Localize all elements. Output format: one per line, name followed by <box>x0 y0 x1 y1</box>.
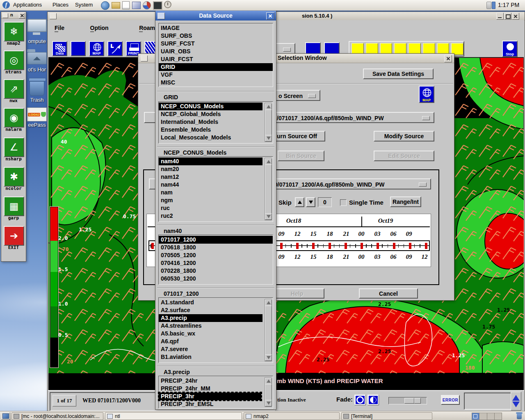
scroll-up-icon[interactable] <box>265 103 272 110</box>
list-item[interactable]: NCEP_Global_Models <box>159 110 273 118</box>
data-source-titlebar[interactable]: Data Source <box>155 11 276 21</box>
system-menu[interactable]: System <box>75 2 93 8</box>
web-browser-icon[interactable] <box>101 1 110 10</box>
list-item[interactable]: MISC <box>159 79 273 87</box>
launcher-nalarm-button[interactable]: ◉ <box>4 108 24 128</box>
desktop-icon-label[interactable]: ot's Hor <box>25 66 48 73</box>
launcher-nmap2-button[interactable]: ❄ <box>4 22 24 41</box>
log4j-cup-icon[interactable]: LOG4J <box>27 107 47 121</box>
skip-down-button[interactable] <box>306 197 315 207</box>
list-item[interactable]: UAIR_FCST <box>159 55 273 63</box>
help-button[interactable]: Help <box>269 288 324 299</box>
list-item[interactable]: A2.surface <box>159 306 273 314</box>
list-item[interactable]: 070228_1800 <box>159 267 273 275</box>
workspace-2[interactable] <box>479 413 487 420</box>
list-item-selected[interactable]: GRID <box>159 63 273 71</box>
desktop-icon-label[interactable]: ompute <box>25 38 48 44</box>
menu-option[interactable]: Option <box>89 24 110 32</box>
list-item[interactable]: Ensemble_Models <box>159 126 273 134</box>
skip-value-field[interactable]: 0 <box>318 197 332 207</box>
minimize-button[interactable] <box>496 13 504 20</box>
list-item[interactable]: 070505_1200 <box>159 251 273 259</box>
list-item-selected[interactable]: nam40 <box>159 158 262 165</box>
trash-icon[interactable] <box>29 78 45 96</box>
desktop-icon-label[interactable]: Trash <box>25 97 48 103</box>
menu-file[interactable]: File <box>53 24 66 32</box>
scroll-up-icon[interactable] <box>265 378 272 384</box>
scrollbar-thumb[interactable] <box>265 384 272 400</box>
scroll-updown-control[interactable] <box>511 392 521 411</box>
scrollbar-thumb[interactable] <box>265 110 272 135</box>
fedora-menu-icon[interactable]: f <box>2 1 10 9</box>
maximize-button[interactable] <box>504 13 511 20</box>
map-button[interactable]: MAP <box>89 41 104 56</box>
volume-applet-icon[interactable] <box>486 2 491 9</box>
system-monitor-icon[interactable] <box>143 1 151 9</box>
list-item[interactable]: VGF <box>159 71 273 79</box>
list-item-selected[interactable]: A3.precip <box>159 314 262 322</box>
scroll-down-icon[interactable] <box>265 135 272 142</box>
list-item[interactable]: International_Models <box>159 118 273 126</box>
menu-roam[interactable]: Roam <box>137 24 157 32</box>
range-int-button[interactable]: Range/Int <box>390 196 421 207</box>
scroll-down-icon[interactable] <box>265 400 272 406</box>
launcher-exit-button[interactable]: ➔ <box>4 226 24 246</box>
list-item[interactable]: A1.standard <box>159 299 273 306</box>
scrollbar[interactable] <box>265 299 272 361</box>
launcher-nsharp-button[interactable]: ∠ <box>4 137 24 157</box>
taskbar-item-mc[interactable]: [mc - root@localhost.localdomain:... <box>11 412 103 420</box>
scroll-up-icon[interactable] <box>265 299 272 306</box>
list-item[interactable]: UAIR_OBS <box>159 48 273 55</box>
list-item[interactable]: nam12 <box>159 173 273 181</box>
launcher-titlebar[interactable]: n <box>1 12 26 19</box>
workspace-4[interactable] <box>495 413 502 420</box>
list-item[interactable]: 070416_1200 <box>159 259 273 267</box>
list-item[interactable]: nam44 <box>159 181 273 189</box>
scrollbar-thumb[interactable] <box>265 306 272 355</box>
modify-source-button[interactable]: Modify Source <box>374 131 434 142</box>
fade-toggle-on[interactable] <box>354 395 366 405</box>
map-settings-button[interactable]: MAP <box>419 86 434 103</box>
window-menu-icon[interactable] <box>158 13 165 19</box>
workspace-3[interactable] <box>487 413 495 420</box>
scrollbar[interactable] <box>265 377 272 407</box>
screenshot-icon[interactable] <box>132 2 141 9</box>
scrollbar-thumb[interactable] <box>265 164 272 214</box>
loop-button[interactable]: L <box>107 41 123 56</box>
launcher-garp-button[interactable]: ▦ <box>4 196 24 216</box>
scrollbar[interactable] <box>265 103 272 142</box>
bin-source-button[interactable]: Bin Source <box>278 151 324 161</box>
scroll-down-icon[interactable] <box>265 213 272 220</box>
list-item[interactable]: A7.severe <box>159 345 273 353</box>
window-menu-icon[interactable] <box>2 13 8 18</box>
list-item[interactable]: nam <box>159 189 273 196</box>
writer-icon[interactable] <box>122 1 130 9</box>
list-item[interactable]: A6.qpf <box>159 338 273 345</box>
clock[interactable]: 1:17 PM <box>498 2 519 8</box>
scroll-up-icon[interactable] <box>265 158 272 165</box>
home-folder-icon[interactable] <box>27 49 46 64</box>
terminal-icon[interactable] <box>153 1 162 10</box>
fade-slider-thumb[interactable] <box>404 398 414 404</box>
email-icon[interactable] <box>112 2 120 9</box>
list-item[interactable]: A5.basic_wx <box>159 330 273 338</box>
skip-up-button[interactable] <box>295 197 304 207</box>
list-item-selected[interactable]: NCEP_CONUS_Models <box>159 103 262 110</box>
battery-applet-icon[interactable] <box>492 2 495 9</box>
launcher-nwx-button[interactable]: ⇗ <box>4 79 24 99</box>
launcher-ntrans-button[interactable]: ◎ <box>4 50 24 70</box>
taskbar-item-ntl[interactable]: ntl <box>105 412 242 420</box>
window-menu-icon[interactable] <box>50 13 57 19</box>
taskbar-item-terminal[interactable]: [Terminal] <box>341 412 432 420</box>
list-item-selected[interactable]: 071017_1200 <box>159 236 273 244</box>
fade-slider-track[interactable] <box>388 397 427 404</box>
edit-source-button[interactable]: Edit Source <box>374 151 434 161</box>
scroll-down-icon[interactable] <box>265 354 272 361</box>
places-menu[interactable]: Places <box>52 2 68 8</box>
list-item[interactable]: B1.aviation <box>159 353 273 361</box>
launcher-ncolor-button[interactable]: ✱ <box>4 167 24 187</box>
list-item[interactable]: 070618_1800 <box>159 244 273 251</box>
list-item[interactable]: SURF_OBS <box>159 32 273 40</box>
desktop-icon-label[interactable]: eePass <box>25 122 48 128</box>
close-button[interactable] <box>266 12 274 20</box>
